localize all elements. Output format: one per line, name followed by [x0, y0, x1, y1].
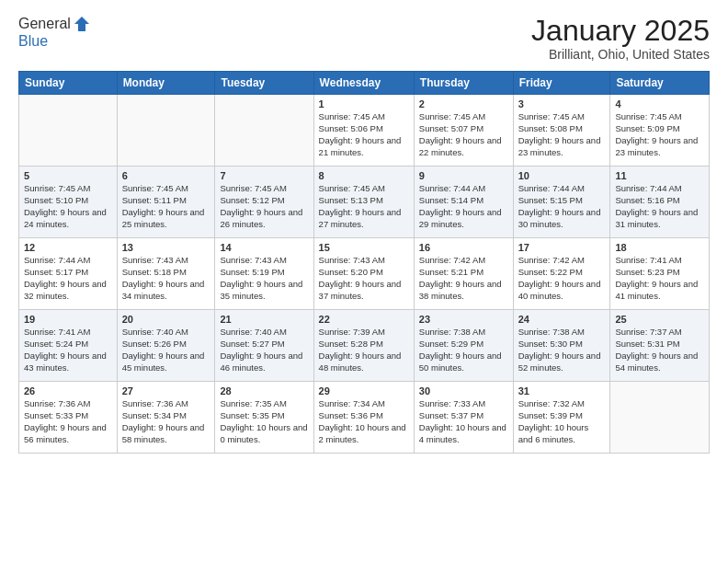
calendar-cell: 29Sunrise: 7:34 AM Sunset: 5:36 PM Dayli…	[313, 382, 414, 454]
calendar-cell: 1Sunrise: 7:45 AM Sunset: 5:06 PM Daylig…	[313, 95, 414, 167]
calendar-cell: 20Sunrise: 7:40 AM Sunset: 5:26 PM Dayli…	[117, 310, 215, 382]
day-number: 4	[615, 98, 704, 109]
calendar-cell: 21Sunrise: 7:40 AM Sunset: 5:27 PM Dayli…	[215, 310, 313, 382]
calendar-cell: 17Sunrise: 7:42 AM Sunset: 5:22 PM Dayli…	[513, 238, 610, 310]
day-info: Sunrise: 7:45 AM Sunset: 5:08 PM Dayligh…	[518, 111, 606, 158]
day-number: 11	[615, 170, 704, 181]
calendar-cell: 28Sunrise: 7:35 AM Sunset: 5:35 PM Dayli…	[215, 382, 313, 454]
calendar-cell: 5Sunrise: 7:45 AM Sunset: 5:10 PM Daylig…	[19, 167, 118, 238]
calendar-cell: 24Sunrise: 7:38 AM Sunset: 5:30 PM Dayli…	[513, 310, 610, 382]
day-number: 29	[319, 385, 409, 396]
weekday-header-friday: Friday	[513, 72, 610, 95]
day-info: Sunrise: 7:35 AM Sunset: 5:35 PM Dayligh…	[220, 398, 308, 445]
day-info: Sunrise: 7:44 AM Sunset: 5:16 PM Dayligh…	[615, 183, 704, 230]
day-info: Sunrise: 7:41 AM Sunset: 5:24 PM Dayligh…	[24, 327, 112, 373]
calendar-cell: 9Sunrise: 7:44 AM Sunset: 5:14 PM Daylig…	[414, 167, 513, 238]
day-info: Sunrise: 7:45 AM Sunset: 5:09 PM Dayligh…	[615, 111, 704, 158]
day-info: Sunrise: 7:45 AM Sunset: 5:10 PM Dayligh…	[24, 183, 112, 230]
day-info: Sunrise: 7:45 AM Sunset: 5:13 PM Dayligh…	[319, 183, 409, 230]
day-number: 27	[122, 385, 210, 396]
day-number: 7	[220, 170, 308, 181]
day-number: 15	[319, 242, 409, 253]
day-number: 1	[319, 98, 409, 109]
calendar-cell: 31Sunrise: 7:32 AM Sunset: 5:39 PM Dayli…	[513, 382, 610, 454]
day-info: Sunrise: 7:33 AM Sunset: 5:37 PM Dayligh…	[419, 398, 508, 445]
logo-icon	[73, 15, 91, 33]
calendar-cell: 2Sunrise: 7:45 AM Sunset: 5:07 PM Daylig…	[414, 95, 513, 167]
weekday-header-wednesday: Wednesday	[313, 72, 414, 95]
day-info: Sunrise: 7:45 AM Sunset: 5:11 PM Dayligh…	[122, 183, 210, 230]
day-info: Sunrise: 7:43 AM Sunset: 5:19 PM Dayligh…	[220, 255, 308, 302]
day-number: 3	[518, 98, 606, 109]
page: General Blue January 2025 Brilliant, Ohi…	[0, 0, 728, 563]
day-number: 22	[319, 314, 409, 325]
day-number: 18	[615, 242, 704, 253]
calendar-week-row: 19Sunrise: 7:41 AM Sunset: 5:24 PM Dayli…	[19, 310, 710, 382]
title-section: January 2025 Brilliant, Ohio, United Sta…	[531, 15, 710, 62]
calendar-cell: 8Sunrise: 7:45 AM Sunset: 5:13 PM Daylig…	[313, 167, 414, 238]
weekday-header-thursday: Thursday	[414, 72, 513, 95]
day-number: 26	[24, 385, 112, 396]
calendar-cell	[610, 382, 710, 454]
day-info: Sunrise: 7:45 AM Sunset: 5:12 PM Dayligh…	[220, 183, 308, 230]
day-info: Sunrise: 7:42 AM Sunset: 5:21 PM Dayligh…	[419, 255, 508, 302]
calendar-cell: 3Sunrise: 7:45 AM Sunset: 5:08 PM Daylig…	[513, 95, 610, 167]
weekday-header-monday: Monday	[117, 72, 215, 95]
day-number: 12	[24, 242, 112, 253]
day-number: 28	[220, 385, 308, 396]
day-number: 6	[122, 170, 210, 181]
day-info: Sunrise: 7:45 AM Sunset: 5:06 PM Dayligh…	[319, 111, 409, 158]
day-info: Sunrise: 7:32 AM Sunset: 5:39 PM Dayligh…	[518, 398, 606, 445]
day-info: Sunrise: 7:44 AM Sunset: 5:17 PM Dayligh…	[24, 255, 112, 302]
calendar-week-row: 26Sunrise: 7:36 AM Sunset: 5:33 PM Dayli…	[19, 382, 710, 454]
day-info: Sunrise: 7:39 AM Sunset: 5:28 PM Dayligh…	[319, 327, 409, 373]
calendar-cell: 12Sunrise: 7:44 AM Sunset: 5:17 PM Dayli…	[19, 238, 118, 310]
header: General Blue January 2025 Brilliant, Ohi…	[18, 15, 710, 62]
calendar-cell: 23Sunrise: 7:38 AM Sunset: 5:29 PM Dayli…	[414, 310, 513, 382]
day-info: Sunrise: 7:36 AM Sunset: 5:34 PM Dayligh…	[122, 398, 210, 445]
calendar-cell: 7Sunrise: 7:45 AM Sunset: 5:12 PM Daylig…	[215, 167, 313, 238]
calendar-cell: 30Sunrise: 7:33 AM Sunset: 5:37 PM Dayli…	[414, 382, 513, 454]
day-info: Sunrise: 7:45 AM Sunset: 5:07 PM Dayligh…	[419, 111, 508, 158]
day-number: 17	[518, 242, 606, 253]
day-info: Sunrise: 7:38 AM Sunset: 5:29 PM Dayligh…	[419, 327, 508, 373]
calendar-cell: 6Sunrise: 7:45 AM Sunset: 5:11 PM Daylig…	[117, 167, 215, 238]
day-info: Sunrise: 7:34 AM Sunset: 5:36 PM Dayligh…	[319, 398, 409, 445]
day-info: Sunrise: 7:42 AM Sunset: 5:22 PM Dayligh…	[518, 255, 606, 302]
day-info: Sunrise: 7:38 AM Sunset: 5:30 PM Dayligh…	[518, 327, 606, 373]
calendar-week-row: 5Sunrise: 7:45 AM Sunset: 5:10 PM Daylig…	[19, 167, 710, 238]
calendar-week-row: 12Sunrise: 7:44 AM Sunset: 5:17 PM Dayli…	[19, 238, 710, 310]
day-number: 25	[615, 314, 704, 325]
weekday-header-row: SundayMondayTuesdayWednesdayThursdayFrid…	[19, 72, 710, 95]
day-info: Sunrise: 7:44 AM Sunset: 5:14 PM Dayligh…	[419, 183, 508, 230]
calendar-cell: 11Sunrise: 7:44 AM Sunset: 5:16 PM Dayli…	[610, 167, 710, 238]
day-number: 13	[122, 242, 210, 253]
calendar-cell: 15Sunrise: 7:43 AM Sunset: 5:20 PM Dayli…	[313, 238, 414, 310]
day-number: 9	[419, 170, 508, 181]
day-number: 2	[419, 98, 508, 109]
day-number: 23	[419, 314, 508, 325]
calendar-cell: 22Sunrise: 7:39 AM Sunset: 5:28 PM Dayli…	[313, 310, 414, 382]
calendar-cell: 14Sunrise: 7:43 AM Sunset: 5:19 PM Dayli…	[215, 238, 313, 310]
calendar-cell: 13Sunrise: 7:43 AM Sunset: 5:18 PM Dayli…	[117, 238, 215, 310]
day-number: 20	[122, 314, 210, 325]
day-number: 19	[24, 314, 112, 325]
calendar-cell: 27Sunrise: 7:36 AM Sunset: 5:34 PM Dayli…	[117, 382, 215, 454]
day-number: 21	[220, 314, 308, 325]
day-info: Sunrise: 7:37 AM Sunset: 5:31 PM Dayligh…	[615, 327, 704, 373]
day-info: Sunrise: 7:40 AM Sunset: 5:26 PM Dayligh…	[122, 327, 210, 373]
day-info: Sunrise: 7:43 AM Sunset: 5:18 PM Dayligh…	[122, 255, 210, 302]
calendar-cell: 19Sunrise: 7:41 AM Sunset: 5:24 PM Dayli…	[19, 310, 118, 382]
day-info: Sunrise: 7:41 AM Sunset: 5:23 PM Dayligh…	[615, 255, 704, 302]
calendar-cell	[215, 95, 313, 167]
day-info: Sunrise: 7:36 AM Sunset: 5:33 PM Dayligh…	[24, 398, 112, 445]
svg-marker-0	[74, 17, 89, 31]
day-number: 31	[518, 385, 606, 396]
day-number: 8	[319, 170, 409, 181]
logo: General Blue	[18, 15, 91, 50]
calendar-cell: 10Sunrise: 7:44 AM Sunset: 5:15 PM Dayli…	[513, 167, 610, 238]
month-title: January 2025	[531, 15, 710, 47]
day-number: 30	[419, 385, 508, 396]
day-number: 24	[518, 314, 606, 325]
calendar-cell: 25Sunrise: 7:37 AM Sunset: 5:31 PM Dayli…	[610, 310, 710, 382]
